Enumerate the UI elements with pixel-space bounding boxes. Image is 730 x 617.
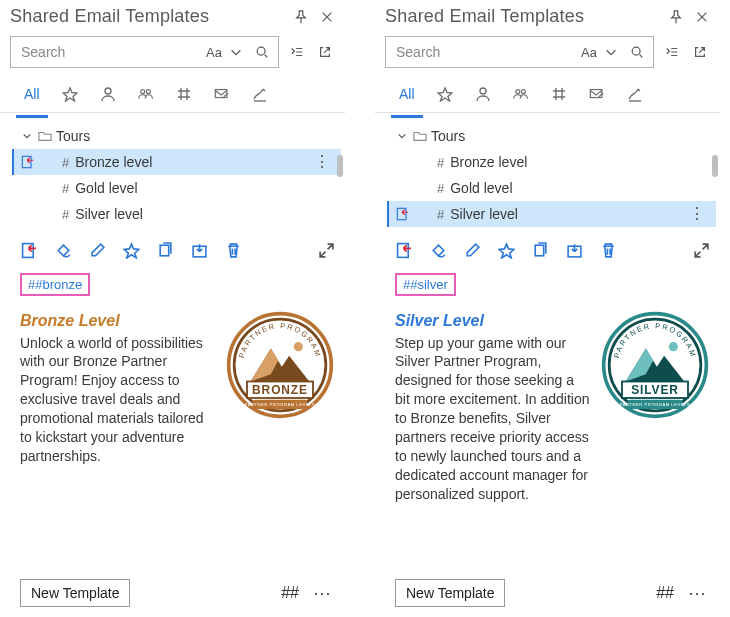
tree-item-silver[interactable]: # Silver level ⋮ (387, 201, 716, 227)
more-menu-icon[interactable]: ⋯ (684, 582, 710, 604)
panel-footer: New Template ## ⋯ (0, 579, 345, 617)
insert-icon[interactable] (12, 149, 42, 175)
tab-person[interactable] (98, 73, 118, 117)
fill-fields-icon[interactable] (429, 241, 447, 259)
tag-chip[interactable]: ##silver (395, 273, 456, 296)
scrollbar-thumb[interactable] (337, 155, 343, 177)
svg-point-2 (140, 90, 144, 94)
svg-rect-7 (160, 245, 169, 256)
folder-label: Tours (431, 128, 465, 144)
tree-folder-tours[interactable]: Tours (12, 123, 341, 149)
tab-mail[interactable] (212, 73, 232, 117)
tab-people[interactable] (511, 73, 531, 117)
pin-icon[interactable] (291, 7, 311, 27)
copy-icon[interactable] (156, 241, 174, 259)
close-icon[interactable] (317, 7, 337, 27)
insert-template-icon[interactable] (20, 241, 38, 259)
svg-point-18 (480, 88, 486, 94)
partner-badge-image: PARTNER PROGRAM SILVER PARTNER PROGRAM L… (600, 310, 710, 420)
svg-point-0 (257, 47, 265, 55)
search-input[interactable] (19, 43, 202, 61)
new-template-button[interactable]: New Template (395, 579, 505, 607)
svg-text:PARTNER PROGRAM LEVELS: PARTNER PROGRAM LEVELS (245, 402, 315, 407)
pin-icon[interactable] (666, 7, 686, 27)
task-list-icon[interactable] (287, 42, 307, 62)
tree-item-silver[interactable]: # Silver level (12, 201, 341, 227)
expand-icon[interactable] (317, 241, 335, 259)
preview-body-text: Unlock a world of possibilities with our… (20, 335, 204, 464)
preview-body-text: Step up your game with our Silver Partne… (395, 335, 590, 502)
open-external-icon[interactable] (690, 42, 710, 62)
chevron-down-icon[interactable] (20, 131, 34, 141)
search-input[interactable] (394, 43, 577, 61)
search-icon[interactable] (252, 42, 272, 62)
delete-icon[interactable] (599, 241, 617, 259)
svg-point-19 (515, 90, 519, 94)
edit-icon[interactable] (88, 241, 106, 259)
tree-item-label: Gold level (450, 180, 512, 196)
tab-mail[interactable] (587, 73, 607, 117)
tree-item-gold[interactable]: # Gold level (387, 175, 716, 201)
tag-chip[interactable]: ##bronze (20, 273, 90, 296)
tabs: All (0, 72, 345, 113)
tree-item-label: Silver level (75, 206, 143, 222)
insert-template-icon[interactable] (395, 241, 413, 259)
svg-point-3 (146, 90, 150, 94)
tab-sign[interactable] (250, 73, 270, 117)
export-icon[interactable] (190, 241, 208, 259)
svg-text:SILVER: SILVER (631, 383, 679, 397)
search-scope-dropdown[interactable] (601, 42, 621, 62)
tree-folder-tours[interactable]: Tours (387, 123, 716, 149)
preview-toolbar (0, 231, 345, 265)
svg-text:PARTNER PROGRAM LEVELS: PARTNER PROGRAM LEVELS (620, 402, 690, 407)
tags-button[interactable]: ## (281, 584, 299, 602)
tab-all[interactable]: All (22, 73, 42, 117)
search-row: Aa (0, 30, 345, 72)
tab-sign[interactable] (625, 73, 645, 117)
template-tree: Tours # Bronze level # Gold level # Silv… (375, 113, 720, 231)
tab-tags[interactable] (174, 73, 194, 117)
search-box[interactable]: Aa (385, 36, 654, 68)
expand-icon[interactable] (692, 241, 710, 259)
hash-icon: # (62, 181, 69, 196)
tags-button[interactable]: ## (656, 584, 674, 602)
svg-point-20 (521, 90, 525, 94)
item-menu-icon[interactable]: ⋮ (689, 209, 706, 219)
search-box[interactable]: Aa (10, 36, 279, 68)
more-menu-icon[interactable]: ⋯ (309, 582, 335, 604)
scrollbar-thumb[interactable] (712, 155, 718, 177)
tab-people[interactable] (136, 73, 156, 117)
tab-person[interactable] (473, 73, 493, 117)
export-icon[interactable] (565, 241, 583, 259)
favorite-icon[interactable] (497, 241, 515, 259)
tree-item-bronze[interactable]: # Bronze level ⋮ (12, 149, 341, 175)
tree-item-label: Bronze level (75, 154, 152, 170)
tree-item-label: Gold level (75, 180, 137, 196)
favorite-icon[interactable] (122, 241, 140, 259)
tree-item-bronze[interactable]: # Bronze level (387, 149, 716, 175)
panel-right: Shared Email Templates Aa (375, 0, 720, 617)
close-icon[interactable] (692, 7, 712, 27)
copy-icon[interactable] (531, 241, 549, 259)
tab-favorites[interactable] (60, 73, 80, 117)
case-sensitive-toggle[interactable]: Aa (202, 45, 226, 60)
delete-icon[interactable] (224, 241, 242, 259)
tree-item-label: Silver level (450, 206, 518, 222)
insert-icon[interactable] (387, 201, 417, 227)
tab-tags[interactable] (549, 73, 569, 117)
case-sensitive-toggle[interactable]: Aa (577, 45, 601, 60)
item-menu-icon[interactable]: ⋮ (314, 157, 331, 167)
tab-all[interactable]: All (397, 73, 417, 117)
svg-point-1 (105, 88, 111, 94)
tab-favorites[interactable] (435, 73, 455, 117)
chevron-down-icon[interactable] (395, 131, 409, 141)
search-scope-dropdown[interactable] (226, 42, 246, 62)
edit-icon[interactable] (463, 241, 481, 259)
fill-fields-icon[interactable] (54, 241, 72, 259)
open-external-icon[interactable] (315, 42, 335, 62)
search-icon[interactable] (627, 42, 647, 62)
tree-item-gold[interactable]: # Gold level (12, 175, 341, 201)
task-list-icon[interactable] (662, 42, 682, 62)
new-template-button[interactable]: New Template (20, 579, 130, 607)
svg-text:BRONZE: BRONZE (252, 383, 308, 397)
